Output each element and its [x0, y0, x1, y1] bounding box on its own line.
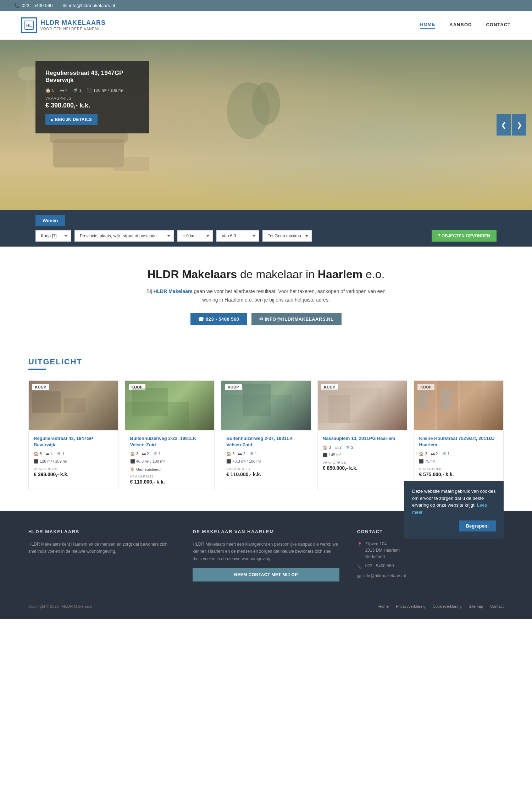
prop-price-label-3: VRAAGPRIJS [226, 467, 306, 471]
search-radius-select[interactable]: + 0 km [177, 230, 213, 242]
prop-beds-2: 🛏 2 [142, 452, 149, 456]
search-min-price-select[interactable]: Van € 0 [216, 230, 259, 242]
hero-next-button[interactable]: ❯ [512, 114, 526, 136]
property-address-1: Reguliersstraat 43, 1947GP Beverwijk [34, 435, 113, 448]
nav-home[interactable]: HOME [420, 22, 435, 29]
property-image-5: KOOP [414, 381, 503, 430]
location-icon: 📍 [357, 541, 362, 548]
property-features-1: 🏠 5 🛏 4 🚿 1 [34, 452, 113, 456]
prop-note-2: 🪑 Gemeubileerd [130, 467, 210, 472]
footer-email-address: info@hldrmakelaars.nl [364, 573, 406, 579]
hero-details-button[interactable]: BEKIJK DETAILS [45, 114, 98, 125]
property-address-2: Buitenhuizerweg 2-22, 1981LK Velsen-Zuid [130, 435, 210, 448]
logo-icon: HL [21, 17, 37, 33]
about-body-brand: HLDR Makelaars [153, 288, 193, 294]
footer-address-text: Zijlweg 1042013 DM HaarlemNederland [365, 541, 400, 560]
phone-icon: 📞 [14, 3, 20, 8]
hero-prev-button[interactable]: ❮ [497, 114, 511, 136]
prop-beds-1: 🛏 4 [45, 452, 52, 456]
footer-col1-text: HLDR Makelaars kent Haarlem en de mensen… [28, 541, 175, 555]
prop-beds-5: 🛏 2 [431, 452, 438, 456]
property-card-5[interactable]: KOOP Kleine Houtstraat 75Zwart, 2011DJ H… [414, 380, 504, 490]
hero-property-card: Reguliersstraat 43, 1947GP Beverwijk 🏠 5… [35, 61, 149, 133]
search-tabs: Wonen [35, 215, 497, 226]
footer-phone[interactable]: 📞 023 - 5400 560 [357, 563, 504, 570]
footer-bottom: Copyright © 2025 - HLDR Makelaars Home P… [28, 597, 504, 608]
rooms-icon: 🏠 [45, 88, 51, 93]
prop-area-3: ⬛ 48,3 m² / 100 m² [226, 459, 306, 464]
prop-rooms-4: 🏠 3 [323, 445, 331, 450]
about-heading-city: Haarlem [318, 268, 362, 281]
hero-price: € 398.000,- k.k. [45, 102, 139, 109]
svg-rect-4 [113, 157, 149, 171]
svg-rect-11 [32, 391, 61, 413]
property-card-3[interactable]: KOOP Buitenhuizerweg 2-37, 1981LK Velsen… [221, 380, 311, 490]
prop-price-label-2: VRAAGPRIJS [130, 475, 210, 478]
footer-col2-text: HLDR Makelaars heeft een klantgericht en… [193, 541, 339, 562]
property-info-1: Reguliersstraat 43, 1947GP Beverwijk 🏠 5… [29, 430, 118, 482]
footer-link-home[interactable]: Home [378, 604, 389, 608]
top-bar-phone[interactable]: 📞 023 - 5400 560 [14, 3, 52, 8]
prop-bath-5: 🚿 1 [442, 452, 450, 456]
logo[interactable]: HL HLDR MAKELAARS VOOR EEN HELDERE AANPA… [21, 17, 106, 33]
about-heading-brand: HLDR Makelaars [148, 268, 237, 281]
property-card-4[interactable]: KOOP Nassauplein 13, 2011PG Haarlem 🏠 3 … [317, 380, 408, 490]
page-wrapper: Deze website maakt gebruik van cookies o… [0, 247, 532, 511]
size-icon: ⬛ [87, 88, 92, 93]
cookie-accept-button[interactable]: Begrepen! [459, 520, 496, 531]
footer-email-icon: ✉ [357, 573, 361, 580]
hero-address: Reguliersstraat 43, 1947GP Beverwijk [45, 70, 139, 84]
property-image-2: KOOP [125, 381, 215, 430]
property-card-1[interactable]: KOOP Reguliersstraat 43, 1947GP Beverwij… [28, 380, 118, 490]
prop-bath-3: 🚿 1 [249, 452, 257, 456]
svg-point-6 [252, 82, 280, 125]
search-section: Wonen Koop [7] Provincie, plaats, wijk, … [0, 210, 532, 247]
main-nav: HOME AANBOD CONTACT [420, 22, 511, 29]
footer-email[interactable]: ✉ info@hldrmakelaars.nl [357, 573, 504, 580]
about-phone-button[interactable]: ☎ 023 - 5400 560 [190, 313, 247, 325]
nav-aanbod[interactable]: AANBOD [449, 22, 472, 29]
header: HL HLDR MAKELAARS VOOR EEN HELDERE AANPA… [0, 11, 532, 40]
prop-area-1: ⬛ 126 m² / 109 m² [34, 459, 113, 464]
search-tab-wonen[interactable]: Wonen [35, 215, 65, 226]
footer-link-sitemap[interactable]: Sitemap [469, 604, 483, 608]
featured-divider [28, 369, 46, 370]
footer-col-2: DE MAKELAAR VAN HAARLEM HLDR Makelaars h… [193, 529, 339, 583]
footer-contact-button[interactable]: NEEM CONTACT MET MIJ OP [193, 568, 339, 581]
about-email-button[interactable]: ✉ INFO@HLDRMAKELAARS.NL [251, 313, 342, 325]
prop-beds-3: 🛏 2 [238, 452, 245, 456]
featured-title: UITGELICHT [28, 357, 504, 366]
prop-area-2: ⬛ 48,3 m² / 100 m² [130, 459, 210, 464]
property-features-3: 🏠 3 🛏 2 🚿 1 [226, 452, 306, 456]
property-card-2[interactable]: KOOP Buitenhuizerweg 2-22, 1981LK Velsen… [125, 380, 215, 490]
prop-price-2: € 110.000,- k.k. [130, 479, 210, 485]
search-location-select[interactable]: Provincie, plaats, wijk, straat of postc… [74, 230, 174, 242]
footer-link-privacy[interactable]: Privacyverklaring [396, 604, 426, 608]
property-address-3: Buitenhuizerweg 2-37, 1981LK Velsen-Zuid [226, 435, 306, 448]
prop-price-label-1: VRAAGPRIJS [34, 467, 113, 471]
nav-contact[interactable]: CONTACT [486, 22, 511, 29]
footer-link-cookies[interactable]: Cookieverklaring [433, 604, 462, 608]
email-icon: ✉ [63, 3, 67, 8]
search-type-select[interactable]: Koop [7] [35, 230, 71, 242]
search-max-price-select[interactable]: Tot Geen maximu [262, 230, 312, 242]
about-contact-buttons: ☎ 023 - 5400 560 ✉ INFO@HLDRMAKELAARS.NL [64, 313, 468, 325]
property-info-5: Kleine Houtstraat 75Zwart, 2011DJ Haarle… [414, 430, 503, 482]
footer-link-contact[interactable]: Contact [490, 604, 504, 608]
search-results-button[interactable]: 7 OBJECTEN GEVONDEN [432, 230, 497, 242]
property-info-4: Nassauplein 13, 2011PG Haarlem 🏠 3 🛏 2 🚿… [318, 430, 407, 476]
footer-col-1: HLDR MAKELAARS HLDR Makelaars kent Haarl… [28, 529, 175, 583]
top-bar-email[interactable]: ✉ info@hldrmakelaars.nl [63, 3, 115, 8]
property-address-4: Nassauplein 13, 2011PG Haarlem [323, 435, 402, 442]
prop-area-5: ⬛ 75 m² [419, 459, 498, 464]
about-body: Bij HLDR Makelaars gaan we voor het alle… [142, 287, 390, 304]
prop-price-3: € 110.000,- k.k. [226, 472, 306, 477]
prop-rooms-5: 🏠 3 [419, 452, 427, 456]
prop-price-4: € 850.000,- k.k. [323, 465, 402, 471]
properties-grid: KOOP Reguliersstraat 43, 1947GP Beverwij… [28, 380, 504, 490]
footer-col1-title: HLDR MAKELAARS [28, 529, 175, 534]
svg-rect-19 [328, 395, 350, 423]
footer-links: Home Privacyverklaring Cookieverklaring … [378, 604, 504, 608]
logo-text: HLDR MAKELAARS VOOR EEN HELDERE AANPAK [40, 19, 106, 31]
property-image-3: KOOP [221, 381, 311, 430]
